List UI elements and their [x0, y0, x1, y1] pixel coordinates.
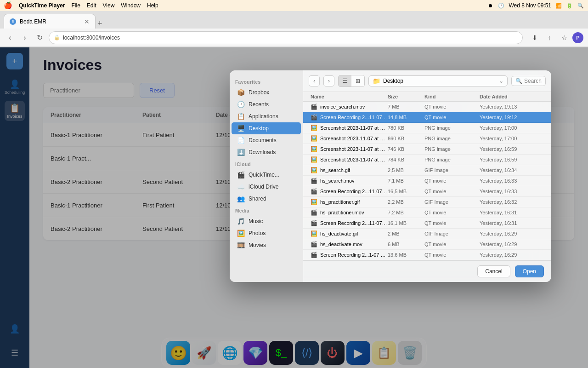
- sidebar-item-photos[interactable]: 🖼️ Photos: [232, 227, 301, 239]
- record-icon: ⏺: [486, 2, 494, 9]
- address-text: localhost:3000/invoices: [63, 34, 518, 41]
- tab-close-button[interactable]: ✕: [84, 18, 90, 25]
- address-bar[interactable]: 🔒 localhost:3000/invoices: [49, 31, 523, 44]
- system-clock: Wed 8 Nov 09:51: [509, 2, 551, 9]
- picker-search[interactable]: 🔍 Search: [511, 76, 546, 86]
- file-picker-dialog: Favourites 📦 Dropbox 🕐 Recents 📋 Applica…: [230, 70, 551, 282]
- forward-button[interactable]: ›: [19, 32, 30, 43]
- file-icon: 🖼️: [311, 125, 317, 131]
- desktop-icon: 🖥️: [237, 125, 245, 132]
- sidebar-item-recents[interactable]: 🕐 Recents: [232, 98, 301, 110]
- address-bar-row: ‹ › ↻ 🔒 localhost:3000/invoices ⬇ ↑ ☆ P: [0, 29, 588, 47]
- list-item[interactable]: 🎬hs_search.mov 7,1 MB QT movie Yesterday…: [303, 176, 551, 186]
- picker-sidebar: Favourites 📦 Dropbox 🕐 Recents 📋 Applica…: [230, 70, 303, 282]
- file-icon: 🎬: [311, 114, 317, 121]
- file-list-header: Name Size Kind Date Added: [303, 92, 551, 102]
- file-icon: 🖼️: [311, 146, 317, 152]
- apple-menu[interactable]: 🍎: [4, 1, 12, 10]
- file-icon: 🖼️: [311, 135, 317, 142]
- file-icon: 🖼️: [311, 199, 317, 205]
- list-item[interactable]: 🎬Screen Recording 2...1-07 at 16.28.46.m…: [303, 250, 551, 260]
- search-icon[interactable]: 🔍: [577, 2, 584, 9]
- file-icon: 🖼️: [311, 230, 317, 237]
- sidebar-item-icloud-drive[interactable]: ☁️ iCloud Drive: [232, 181, 301, 193]
- list-item[interactable]: 🎬Screen Recording 2...11-07 at 16.33.18.…: [303, 186, 551, 197]
- list-item[interactable]: 🎬Screen Recording 2...11-07 at 16.31.14.…: [303, 218, 551, 229]
- list-item[interactable]: 🖼️Screenshot 2023-11-07 at 17.00.09 860 …: [303, 133, 551, 144]
- file-icon: 🎬: [311, 252, 317, 258]
- new-tab-button[interactable]: +: [97, 19, 102, 29]
- favourites-label: Favourites: [230, 76, 303, 86]
- picker-view-toggle: ☰ ⊞: [338, 75, 365, 87]
- help-menu[interactable]: Help: [147, 2, 158, 9]
- media-label: Media: [230, 205, 303, 215]
- picker-back-button[interactable]: ‹: [309, 75, 320, 86]
- file-menu[interactable]: File: [72, 2, 80, 9]
- back-button[interactable]: ‹: [5, 32, 16, 43]
- dropbox-icon: 📦: [237, 89, 245, 96]
- share-icon[interactable]: ↑: [543, 31, 556, 44]
- list-item[interactable]: 🎬hs_deactivate.mov 6 MB QT movie Yesterd…: [303, 239, 551, 250]
- toolbar-icons: ⬇ ↑ ☆ P: [528, 31, 583, 44]
- list-item[interactable]: 🖼️Screenshot 2023-11-07 at 16.59.50 746 …: [303, 144, 551, 155]
- sidebar-item-desktop[interactable]: 🖥️ Desktop: [232, 122, 301, 134]
- file-list: 🎬invoice_search.mov 7 MB QT movie Yester…: [303, 102, 551, 260]
- sidebar-item-shared[interactable]: 👥 Shared: [232, 193, 301, 205]
- list-item[interactable]: 🎬hs_practitioner.mov 7,2 MB QT movie Yes…: [303, 207, 551, 218]
- picker-toolbar: ‹ › ☰ ⊞ 📁 Desktop ⌄ 🔍 Search: [303, 70, 551, 92]
- search-placeholder: Search: [524, 78, 542, 84]
- file-icon: 🖼️: [311, 167, 317, 173]
- clock-icon: 🕐: [498, 2, 505, 9]
- window-menu[interactable]: Window: [121, 2, 141, 9]
- app-name-menu[interactable]: QuickTime Player: [19, 2, 65, 9]
- quicktime-folder-icon: 🎬: [237, 171, 245, 178]
- reload-button[interactable]: ↻: [34, 32, 45, 43]
- picker-cancel-button[interactable]: Cancel: [477, 265, 510, 277]
- search-icon: 🔍: [515, 78, 522, 84]
- grid-view-button[interactable]: ⊞: [351, 75, 364, 86]
- icloud-drive-icon: ☁️: [237, 183, 245, 190]
- sidebar-item-music[interactable]: 🎵 Music: [232, 215, 301, 227]
- photos-icon: 🖼️: [237, 230, 245, 237]
- edit-menu[interactable]: Edit: [87, 2, 96, 9]
- view-menu[interactable]: View: [103, 2, 115, 9]
- list-item[interactable]: 🎬invoice_search.mov 7 MB QT movie Yester…: [303, 102, 551, 112]
- list-item[interactable]: 🎬Screen Recording 2...11-07 at 19.12.32.…: [303, 112, 551, 123]
- downloads-icon: ⬇️: [237, 149, 245, 156]
- location-chevron: ⌄: [499, 78, 503, 84]
- sidebar-item-downloads[interactable]: ⬇️ Downloads: [232, 146, 301, 158]
- list-view-button[interactable]: ☰: [339, 75, 351, 86]
- folder-icon: 📁: [373, 77, 380, 85]
- picker-open-button[interactable]: Open: [515, 265, 544, 277]
- sidebar-item-movies[interactable]: 🎞️ Movies: [232, 239, 301, 251]
- list-item[interactable]: 🖼️Screenshot 2023-11-07 at 17.00.28 780 …: [303, 123, 551, 133]
- list-item[interactable]: 🖼️hs_practitioner.gif 2,2 MB GIF Image Y…: [303, 197, 551, 207]
- list-item[interactable]: 🖼️Screenshot 2023-11-07 at 16.59.28 784 …: [303, 155, 551, 165]
- movies-icon: 🎞️: [237, 242, 245, 249]
- sidebar-item-quicktime[interactable]: 🎬 QuickTime...: [232, 169, 301, 181]
- tab-title: Beda EMR: [20, 18, 80, 25]
- sidebar-item-dropbox[interactable]: 📦 Dropbox: [232, 86, 301, 98]
- picker-forward-button[interactable]: ›: [323, 75, 334, 86]
- sidebar-item-documents[interactable]: 📄 Documents: [232, 134, 301, 146]
- list-item[interactable]: 🖼️hs_search.gif 2,5 MB GIF Image Yesterd…: [303, 165, 551, 176]
- battery-icon: 🔋: [566, 2, 573, 9]
- active-tab[interactable]: B Beda EMR ✕: [4, 14, 96, 29]
- sidebar-item-applications[interactable]: 📋 Applications: [232, 110, 301, 122]
- bookmark-icon[interactable]: ☆: [558, 31, 571, 44]
- file-icon: 🎬: [311, 178, 317, 184]
- wifi-icon[interactable]: 📶: [555, 2, 562, 9]
- shared-icon: 👥: [237, 195, 245, 202]
- file-icon: 🎬: [311, 220, 317, 226]
- documents-icon: 📄: [237, 137, 245, 144]
- picker-location[interactable]: 📁 Desktop ⌄: [368, 75, 508, 86]
- col-size: Size: [388, 94, 424, 99]
- file-icon: 🖼️: [311, 156, 317, 163]
- download-icon[interactable]: ⬇: [528, 31, 541, 44]
- list-item[interactable]: 🖼️hs_deactivate.gif 2 MB GIF Image Yeste…: [303, 229, 551, 239]
- profile-icon[interactable]: P: [572, 32, 583, 43]
- app-container: + 👤 Scheduling 📋 Invoices 👤 ☰ Invoices R…: [0, 47, 588, 368]
- picker-main: ‹ › ☰ ⊞ 📁 Desktop ⌄ 🔍 Search Name S: [303, 70, 551, 282]
- menubar: 🍎 QuickTime Player File Edit View Window…: [0, 0, 588, 11]
- col-date-added: Date Added: [480, 94, 544, 99]
